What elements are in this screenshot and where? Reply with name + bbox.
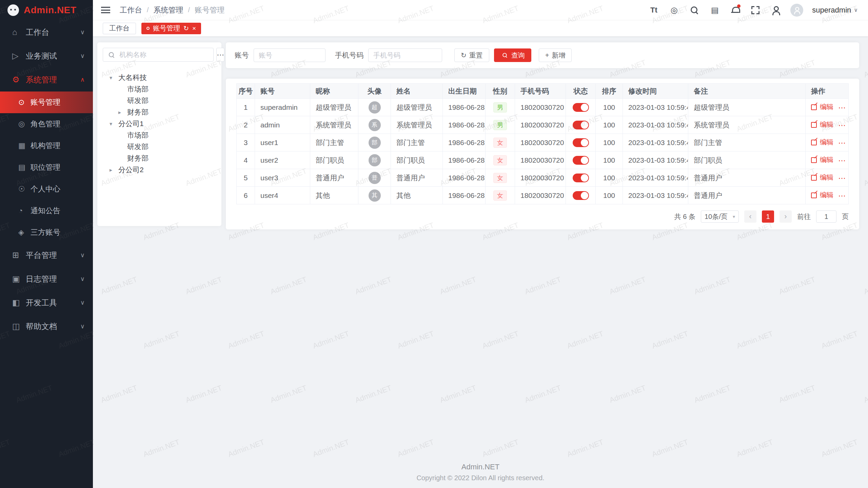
chevron-up-icon: ∧	[80, 76, 85, 83]
edit-button[interactable]: 编辑	[811, 138, 833, 147]
sidebar-item-role-management[interactable]: ◎ 角色管理	[0, 113, 93, 135]
add-button[interactable]: + 新增	[539, 48, 572, 62]
caret-right-icon[interactable]: ▸	[118, 109, 127, 116]
grid-icon: ⊞	[12, 250, 26, 260]
col-header-name: 姓名	[391, 84, 443, 99]
cell-index: 4	[237, 151, 255, 169]
more-actions-icon[interactable]: ⋯	[838, 174, 846, 182]
query-button[interactable]: 查询	[494, 48, 531, 62]
org-search-input[interactable]	[119, 51, 209, 59]
sidebar-item-help-docs[interactable]: ◫ 帮助文档 ∨	[0, 314, 93, 338]
page-number-button[interactable]: 1	[762, 210, 774, 223]
tree-node-dept[interactable]: 研发部	[103, 95, 216, 106]
more-actions-icon[interactable]: ⋯	[838, 191, 846, 200]
edit-button[interactable]: 编辑	[811, 120, 833, 129]
user-icon[interactable]	[770, 4, 782, 16]
cell-phone: 18020030720	[515, 116, 566, 134]
avatar[interactable]	[790, 4, 803, 17]
sidebar-item-platform-management[interactable]: ⊞ 平台管理 ∨	[0, 243, 93, 267]
notification-bell-icon[interactable]	[729, 4, 741, 16]
tools-icon: ◧	[12, 298, 26, 307]
tab-active-dot-icon	[146, 27, 150, 30]
page-footer: Admin.NET Copyright © 2022 Dilon All rig…	[93, 463, 868, 482]
tree-node-dept[interactable]: ▸ 财务部	[103, 106, 216, 118]
cell-name: 部门职员	[391, 151, 443, 169]
user-menu[interactable]: superadmin ∨	[812, 6, 858, 15]
sidebar-item-personal-center[interactable]: ☉ 个人中心	[0, 178, 93, 200]
breadcrumb-item[interactable]: 系统管理	[154, 5, 183, 15]
status-toggle[interactable]	[573, 156, 589, 165]
status-toggle[interactable]	[573, 121, 589, 129]
footer-title: Admin.NET	[93, 463, 868, 471]
sidebar-item-position-management[interactable]: ▤ 职位管理	[0, 157, 93, 178]
sidebar-item-third-party-account[interactable]: ◈ 三方账号	[0, 222, 93, 243]
more-actions-icon[interactable]: ⋯	[838, 139, 846, 147]
status-toggle[interactable]	[573, 174, 589, 182]
tab-workbench[interactable]: 工作台	[103, 23, 136, 34]
more-actions-icon[interactable]: ⋯	[838, 103, 846, 112]
tree-node-company[interactable]: ▾ 大名科技	[103, 72, 216, 83]
tree-node-dept[interactable]: 财务部	[103, 152, 216, 164]
cell-modified-time: 2023-01-03 10:59:44	[623, 134, 688, 151]
tree-node-label: 分公司1	[118, 119, 144, 128]
breadcrumb-item[interactable]: 工作台	[120, 5, 142, 15]
sidebar-item-business-test[interactable]: ▷ 业务测试 ∨	[0, 44, 93, 68]
caret-down-icon[interactable]: ▾	[110, 121, 118, 127]
sidebar-item-dev-tools[interactable]: ◧ 开发工具 ∨	[0, 291, 93, 314]
tree-node-dept[interactable]: 研发部	[103, 141, 216, 152]
status-toggle[interactable]	[573, 138, 589, 147]
sidebar-item-workbench[interactable]: ⌂ 工作台 ∨	[0, 20, 93, 44]
sidebar-item-log-management[interactable]: ▣ 日志管理 ∨	[0, 267, 93, 291]
sidebar-item-system-management[interactable]: ⚙ 系统管理 ∧	[0, 68, 93, 92]
tree-node-dept[interactable]: 市场部	[103, 83, 216, 95]
refresh-icon[interactable]: ↻	[183, 25, 189, 32]
edit-button[interactable]: 编辑	[811, 190, 833, 200]
tree-node-branch1[interactable]: ▾ 分公司1	[103, 118, 216, 129]
search-icon[interactable]	[689, 4, 700, 16]
table-row: 2 admin 系统管理员 系 系统管理员 1986-06-28 男 18020…	[237, 116, 849, 134]
sidebar-item-account-management[interactable]: ⊙ 账号管理	[0, 92, 93, 113]
org-tree: ▾ 大名科技 市场部 研发部 ▸ 财务部	[103, 72, 216, 176]
globe-icon[interactable]: ◎	[668, 4, 680, 16]
sidebar-item-org-management[interactable]: ▦ 机构管理	[0, 135, 93, 157]
page-size-select[interactable]: 10条/页 ▾	[701, 210, 739, 223]
hamburger-menu-icon[interactable]	[101, 7, 110, 13]
caret-down-icon[interactable]: ▾	[110, 75, 118, 81]
cell-account: user2	[255, 151, 310, 169]
org-more-button[interactable]: ⋯	[216, 48, 224, 62]
reset-button[interactable]: ↻ 重置	[454, 48, 489, 62]
caret-right-icon[interactable]: ▸	[110, 167, 118, 173]
row-avatar: 其	[369, 189, 381, 202]
col-header-birthdate: 出生日期	[443, 84, 486, 99]
edit-button[interactable]: 编辑	[811, 155, 833, 164]
prev-page-button[interactable]: ‹	[744, 210, 756, 223]
sidebar-item-label: 日志管理	[26, 274, 57, 284]
col-header-nickname: 昵称	[310, 84, 358, 99]
close-icon[interactable]: ×	[192, 25, 196, 32]
org-search-field[interactable]	[103, 48, 214, 62]
account-filter-input[interactable]	[254, 48, 326, 62]
more-actions-icon[interactable]: ⋯	[838, 121, 846, 129]
font-size-icon[interactable]: Tt	[648, 4, 659, 16]
status-toggle[interactable]	[573, 191, 589, 200]
tree-node-branch2[interactable]: ▸ 分公司2	[103, 164, 216, 176]
tree-node-dept[interactable]: 市场部	[103, 129, 216, 141]
cell-birthdate: 1986-06-28	[443, 187, 486, 204]
edit-button[interactable]: 编辑	[811, 102, 833, 111]
status-toggle[interactable]	[573, 103, 589, 112]
goto-page-input[interactable]	[816, 210, 836, 223]
phone-filter-input[interactable]	[368, 48, 442, 62]
theme-icon[interactable]: ▤	[709, 4, 721, 16]
cell-phone: 18020030720	[515, 151, 566, 169]
chevron-down-icon: ∨	[80, 323, 85, 330]
sidebar-item-notice[interactable]: ◔ 通知公告	[0, 200, 93, 222]
cell-index: 1	[237, 99, 255, 116]
tab-account-management[interactable]: 账号管理 ↻ ×	[141, 23, 201, 34]
more-actions-icon[interactable]: ⋯	[838, 156, 846, 165]
main-area: 工作台 / 系统管理 / 账号管理 Tt ◎ ▤ superadmin ∨	[93, 0, 868, 488]
edit-button[interactable]: 编辑	[811, 173, 833, 182]
chevron-down-icon: ▾	[733, 214, 735, 219]
next-page-button[interactable]: ›	[780, 210, 792, 223]
fullscreen-icon[interactable]	[750, 4, 761, 16]
phone-filter-label: 手机号码	[335, 50, 363, 60]
